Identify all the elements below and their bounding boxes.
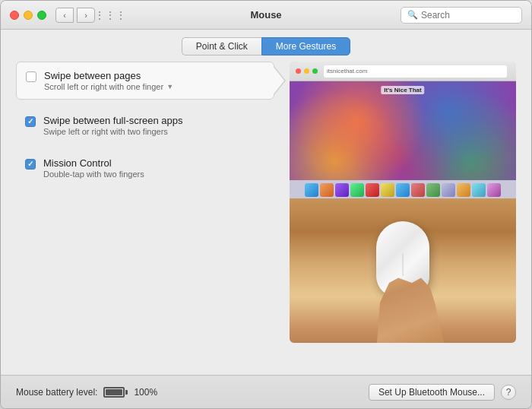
option-text-mission-control: Mission Control Double-tap with two fing…: [43, 157, 144, 179]
traffic-lights: [10, 11, 46, 20]
footer: Mouse battery level: 100% Set Up Bluetoo…: [1, 375, 531, 408]
option-text-swipe-apps: Swipe between full-screen apps Swipe lef…: [43, 115, 183, 136]
site-title: It's Nice That: [381, 86, 424, 94]
dropdown-arrow-swipe-pages[interactable]: ▼: [166, 83, 173, 90]
dock-icon-13: [487, 183, 501, 197]
main-content: Swipe between pages Scroll left or right…: [1, 62, 531, 375]
search-icon: 🔍: [407, 10, 418, 20]
option-mission-control: Mission Control Double-tap with two fing…: [16, 150, 274, 186]
browser-content: It's Nice That: [290, 81, 516, 180]
main-window: ‹ › ⋮⋮⋮ Mouse 🔍 Point & Click More Gestu…: [0, 0, 532, 409]
window-title: Mouse: [250, 9, 281, 21]
tabs-bar: Point & Click More Gestures: [1, 30, 531, 62]
dock-icon-9: [426, 183, 440, 197]
checkbox-mission-control[interactable]: [25, 159, 36, 170]
browser-close-dot: [296, 68, 301, 74]
dock-icon-5: [366, 183, 379, 197]
tab-point-click[interactable]: Point & Click: [182, 37, 261, 55]
tab-more-gestures[interactable]: More Gestures: [261, 37, 350, 55]
search-input[interactable]: [421, 10, 515, 21]
close-button[interactable]: [10, 11, 19, 20]
browser-min-dot: [304, 68, 309, 74]
search-bar[interactable]: 🔍: [401, 7, 522, 24]
option-subtitle-swipe-pages: Scroll left or right with one finger ▼: [44, 82, 173, 91]
dock-icon-4: [350, 183, 364, 197]
mouse-divider-line: [403, 253, 404, 276]
titlebar: ‹ › ⋮⋮⋮ Mouse 🔍: [1, 1, 531, 30]
dock-icon-8: [411, 183, 425, 197]
dock-icon-2: [320, 183, 334, 197]
abstract-art: It's Nice That: [290, 81, 516, 180]
dock-icon-10: [442, 183, 455, 197]
option-title-mission-control: Mission Control: [43, 157, 144, 169]
preview-panel: itsnicethat.com It's Nice That: [290, 62, 516, 375]
battery-percent: 100%: [134, 387, 157, 398]
help-button[interactable]: ?: [501, 385, 516, 400]
back-button[interactable]: ‹: [55, 8, 74, 23]
dock-icon-11: [457, 183, 470, 197]
options-panel: Swipe between pages Scroll left or right…: [16, 62, 274, 375]
dock-icon-6: [381, 183, 394, 197]
dock-icon-7: [396, 183, 410, 197]
dock-icon-12: [472, 183, 486, 197]
browser-max-dot: [312, 68, 318, 74]
option-title-swipe-pages: Swipe between pages: [44, 70, 173, 81]
battery-fill: [106, 389, 122, 395]
dock-strip: [290, 180, 516, 198]
minimize-button[interactable]: [24, 11, 33, 20]
mouse-hand-area: [290, 198, 516, 343]
browser-chrome: itsnicethat.com: [290, 62, 516, 81]
maximize-button[interactable]: [37, 11, 46, 20]
checkbox-swipe-pages[interactable]: [26, 71, 36, 82]
setup-bluetooth-button[interactable]: Set Up Bluetooth Mouse...: [369, 384, 495, 401]
battery-icon: [103, 387, 128, 398]
option-text-swipe-pages: Swipe between pages Scroll left or right…: [44, 70, 173, 91]
option-subtitle-mission-control: Double-tap with two fingers: [43, 170, 144, 179]
dock-icon-3: [335, 183, 349, 197]
battery-section: Mouse battery level: 100%: [16, 387, 157, 398]
dock-icon-1: [305, 183, 318, 197]
battery-nub: [125, 390, 128, 395]
battery-body: [103, 387, 125, 398]
grid-button[interactable]: ⋮⋮⋮: [101, 8, 119, 23]
forward-button[interactable]: ›: [77, 8, 95, 23]
option-swipe-apps: Swipe between full-screen apps Swipe lef…: [16, 107, 274, 144]
checkbox-swipe-apps[interactable]: [25, 116, 36, 127]
browser-url: itsnicethat.com: [324, 65, 507, 78]
option-swipe-pages: Swipe between pages Scroll left or right…: [16, 62, 274, 100]
option-title-swipe-apps: Swipe between full-screen apps: [43, 115, 183, 126]
option-subtitle-swipe-apps: Swipe left or right with two fingers: [43, 127, 183, 136]
preview-image: itsnicethat.com It's Nice That: [290, 62, 516, 343]
nav-buttons: ‹ ›: [55, 8, 95, 23]
battery-label: Mouse battery level:: [16, 387, 97, 398]
